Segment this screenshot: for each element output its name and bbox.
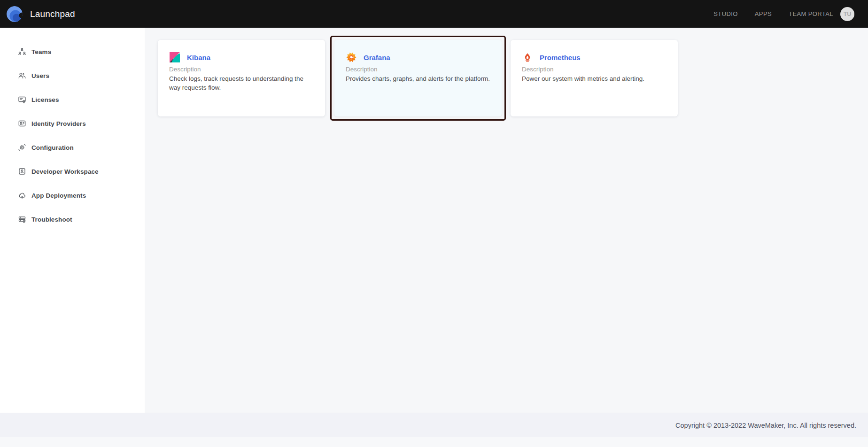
bottom-strip <box>0 437 868 447</box>
identity-providers-icon <box>18 119 26 128</box>
prometheus-logo-icon <box>522 51 533 63</box>
nav-studio[interactable]: STUDIO <box>713 10 738 17</box>
card-title-link[interactable]: Kibana <box>187 54 210 62</box>
developer-workspace-icon <box>18 167 26 176</box>
wavemaker-logo-icon[interactable] <box>7 6 23 22</box>
sidebar-item-label: App Deployments <box>31 192 86 199</box>
top-nav: STUDIO APPS TEAM PORTAL TU <box>697 7 854 21</box>
nav-apps[interactable]: APPS <box>755 10 772 17</box>
sidebar-item-label: Users <box>31 72 49 79</box>
card-header: Kibana <box>169 51 314 63</box>
app-deployments-icon <box>18 191 26 200</box>
sidebar-item-label: Troubleshoot <box>31 216 72 223</box>
app-card-kibana[interactable]: Kibana Description Check logs, track req… <box>158 40 325 116</box>
description-label: Description <box>346 66 490 73</box>
licenses-icon <box>18 95 26 104</box>
top-header: Launchpad STUDIO APPS TEAM PORTAL TU <box>0 0 868 28</box>
card-title-link[interactable]: Prometheus <box>540 54 581 62</box>
copyright-text: Copyright © 2013-2022 WaveMaker, Inc. Al… <box>675 422 856 429</box>
description-text: Provides charts, graphs, and alerts for … <box>346 74 490 83</box>
sidebar-item-users[interactable]: Users <box>0 69 145 82</box>
sidebar-item-developer-workspace[interactable]: Developer Workspace <box>0 165 145 178</box>
sidebar-item-configuration[interactable]: Configuration <box>0 141 145 154</box>
description-text: Power our system with metrics and alerti… <box>522 74 666 83</box>
footer: Copyright © 2013-2022 WaveMaker, Inc. Al… <box>0 413 868 437</box>
description-label: Description <box>522 66 666 73</box>
card-header: Grafana <box>346 51 490 63</box>
sidebar-item-licenses[interactable]: Licenses <box>0 93 145 106</box>
app-card-grafana[interactable]: Grafana Description Provides charts, gra… <box>334 40 502 116</box>
sidebar-item-label: Configuration <box>31 144 74 151</box>
sidebar-item-identity-providers[interactable]: Identity Providers <box>0 117 145 130</box>
teams-icon <box>18 47 26 56</box>
app-cards-row: Kibana Description Check logs, track req… <box>158 40 868 121</box>
app-card-prometheus[interactable]: Prometheus Description Power our system … <box>511 40 678 116</box>
troubleshoot-icon <box>18 215 26 224</box>
grafana-logo-icon <box>346 51 357 63</box>
selected-card-outline: Grafana Description Provides charts, gra… <box>330 36 506 121</box>
launchpad-app: Launchpad STUDIO APPS TEAM PORTAL TU Tea… <box>0 0 868 447</box>
nav-team-portal[interactable]: TEAM PORTAL <box>789 10 833 17</box>
sidebar-item-label: Licenses <box>31 96 59 103</box>
body-row: Teams Users <box>0 28 868 413</box>
sidebar-item-app-deployments[interactable]: App Deployments <box>0 189 145 202</box>
configuration-icon <box>18 143 26 152</box>
description-label: Description <box>169 66 314 73</box>
sidebar-item-label: Identity Providers <box>31 120 86 127</box>
app-title: Launchpad <box>30 9 75 19</box>
sidebar-item-teams[interactable]: Teams <box>0 45 145 58</box>
card-title-link[interactable]: Grafana <box>364 54 390 62</box>
description-text: Check logs, track requests to understand… <box>169 74 314 92</box>
user-avatar[interactable]: TU <box>840 7 854 21</box>
kibana-logo-icon <box>169 51 180 63</box>
main-content: Kibana Description Check logs, track req… <box>145 28 868 413</box>
users-icon <box>18 71 26 80</box>
card-header: Prometheus <box>522 51 666 63</box>
sidebar-item-label: Developer Workspace <box>31 168 99 175</box>
sidebar-item-troubleshoot[interactable]: Troubleshoot <box>0 213 145 226</box>
sidebar-item-label: Teams <box>31 48 51 55</box>
sidebar: Teams Users <box>0 28 145 413</box>
